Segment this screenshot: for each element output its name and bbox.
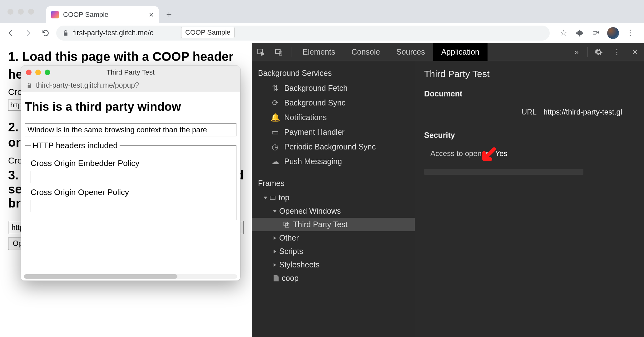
- chevron-right-icon: [274, 236, 276, 240]
- extensions-icon[interactable]: [575, 28, 585, 38]
- toolbar: first-party-test.glitch.me/c COOP Sample…: [0, 23, 644, 43]
- sidebar-item-periodic[interactable]: ◷Periodic Background Sync: [252, 139, 415, 154]
- coep-label: Cross Origin Embedder Policy: [31, 159, 230, 168]
- tab-application[interactable]: Application: [433, 43, 488, 61]
- frame-top[interactable]: top: [252, 191, 415, 204]
- windows-icon: [283, 222, 290, 228]
- popup-heading: This is a third party window: [25, 100, 236, 114]
- spacer-bar: [424, 169, 583, 175]
- menu-icon[interactable]: ⋮: [625, 28, 635, 38]
- popup-min-icon[interactable]: [35, 70, 41, 75]
- file-icon: [274, 275, 279, 281]
- chevron-down-icon: [264, 197, 267, 199]
- sidebar-item-payment[interactable]: ▭Payment Handler: [252, 125, 415, 139]
- popup-close-icon[interactable]: [26, 70, 32, 75]
- more-tabs-icon[interactable]: »: [567, 43, 586, 61]
- inspect-icon[interactable]: [252, 43, 270, 61]
- coop-label: Cross Origin Opener Policy: [31, 188, 230, 197]
- tab-sources[interactable]: Sources: [388, 43, 433, 61]
- url-text: first-party-test.glitch.me/c: [73, 29, 153, 37]
- popup-addressbar[interactable]: third-party-test.glitch.me/popup?: [21, 79, 240, 92]
- close-devtools-icon[interactable]: ✕: [626, 43, 644, 61]
- kv-access: Access to opener Yes: [424, 146, 635, 161]
- traffic-min[interactable]: [18, 9, 24, 15]
- bell-icon: 🔔: [271, 114, 279, 122]
- star-icon[interactable]: ☆: [558, 28, 568, 38]
- frame-opened-windows[interactable]: Opened Windows: [252, 204, 415, 218]
- toolbar-actions: ☆ ⋮: [553, 27, 640, 39]
- sidebar-item-bgsync[interactable]: ⟳Background Sync: [252, 95, 415, 110]
- back-button[interactable]: [4, 26, 17, 40]
- security-heading: Security: [424, 131, 635, 140]
- cloud-icon: ☁: [271, 158, 279, 166]
- favicon-icon: [51, 11, 59, 18]
- bg-services-heading: Background Services: [252, 66, 415, 81]
- url-tooltip: COOP Sample: [181, 27, 235, 38]
- chevron-down-icon: [273, 210, 277, 212]
- tab-bar: COOP Sample × +: [0, 0, 644, 23]
- headers-fieldset: HTTP headers included Cross Origin Embed…: [25, 141, 236, 220]
- card-icon: ▭: [271, 128, 279, 136]
- window-traffic-lights: [7, 9, 34, 15]
- clock-icon: ◷: [271, 143, 279, 151]
- coop-input[interactable]: [31, 200, 113, 212]
- new-tab-button[interactable]: +: [162, 8, 176, 21]
- page-content: 1. Load this page with a COOP header he …: [0, 43, 252, 337]
- reading-list-icon[interactable]: [591, 28, 601, 38]
- context-message: Window is in the same browsing context t…: [25, 123, 236, 136]
- forward-button[interactable]: [21, 26, 35, 40]
- frame-other[interactable]: Other: [252, 231, 415, 245]
- sync-icon: ⟳: [271, 99, 279, 107]
- fetch-icon: ⇅: [271, 84, 279, 92]
- tab-console[interactable]: Console: [343, 43, 388, 61]
- frame-title: Third Party Test: [424, 69, 635, 79]
- sidebar-item-bgfetch[interactable]: ⇅Background Fetch: [252, 81, 415, 95]
- reload-button[interactable]: [39, 26, 52, 40]
- headers-legend: HTTP headers included: [31, 141, 120, 150]
- gear-icon[interactable]: [590, 43, 608, 61]
- devtools-tabs: Elements Console Sources Application » ⋮…: [252, 43, 644, 61]
- popup-title: Third Party Test: [107, 68, 155, 76]
- popup-url-text: third-party-test.glitch.me/popup?: [36, 81, 139, 90]
- annotation-arrow-icon: [478, 146, 497, 165]
- popup-max-icon[interactable]: [45, 70, 50, 75]
- lock-icon: [27, 82, 32, 89]
- frame-scripts[interactable]: Scripts: [252, 245, 415, 258]
- frame-third-party-test[interactable]: Third Party Test: [252, 218, 415, 231]
- address-bar[interactable]: first-party-test.glitch.me/c COOP Sample: [56, 26, 550, 41]
- frame-stylesheets[interactable]: Stylesheets: [252, 258, 415, 271]
- url-value: https://third-party-test.gl: [543, 108, 622, 116]
- frames-heading: Frames: [252, 176, 415, 191]
- device-toggle-icon[interactable]: [270, 43, 288, 61]
- frame-icon: [270, 196, 275, 200]
- tab-elements[interactable]: Elements: [295, 43, 343, 61]
- devtools: Elements Console Sources Application » ⋮…: [252, 43, 644, 337]
- profile-avatar[interactable]: [607, 27, 619, 39]
- devtools-sidebar: Background Services ⇅Background Fetch ⟳B…: [252, 61, 415, 337]
- browser-tab[interactable]: COOP Sample ×: [46, 6, 159, 23]
- kv-url: URL https://third-party-test.gl: [424, 105, 635, 120]
- frame-coop[interactable]: coop: [252, 271, 415, 285]
- kebab-icon[interactable]: ⋮: [608, 43, 626, 61]
- document-heading: Document: [424, 89, 635, 98]
- page-heading-3a: 3.: [8, 168, 18, 182]
- popup-scrollbar[interactable]: [24, 274, 237, 279]
- traffic-close[interactable]: [7, 9, 13, 15]
- coep-input[interactable]: [31, 171, 113, 183]
- chevron-right-icon: [274, 250, 276, 253]
- popup-body: This is a third party window Window is i…: [21, 92, 240, 281]
- lock-icon: [62, 30, 69, 37]
- popup-window: Third Party Test third-party-test.glitch…: [21, 66, 240, 281]
- tab-close-icon[interactable]: ×: [149, 10, 154, 20]
- page-heading-1: 1. Load this page with a COOP header: [8, 49, 244, 64]
- sidebar-item-notifications[interactable]: 🔔Notifications: [252, 110, 415, 125]
- popup-titlebar[interactable]: Third Party Test: [21, 66, 240, 79]
- chevron-right-icon: [274, 263, 276, 267]
- sidebar-item-push[interactable]: ☁Push Messaging: [252, 154, 415, 169]
- traffic-max[interactable]: [28, 9, 34, 15]
- tab-title: COOP Sample: [63, 11, 108, 19]
- url-label: URL: [471, 108, 537, 116]
- devtools-main: Third Party Test Document URL https://th…: [415, 61, 644, 337]
